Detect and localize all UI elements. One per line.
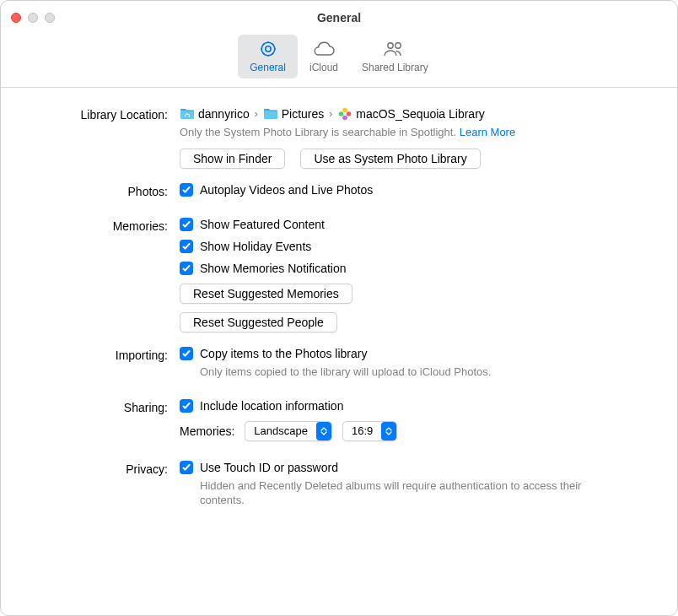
svg-point-2 (388, 43, 393, 48)
tab-shared-library-label: Shared Library (362, 62, 428, 73)
close-window-button[interactable] (11, 13, 21, 23)
breadcrumb-pictures[interactable]: Pictures (282, 107, 325, 121)
orientation-popup[interactable]: Landscape (245, 421, 332, 441)
sharing-memories-label: Memories: (180, 424, 234, 438)
folder-icon (263, 108, 278, 120)
updown-chevron-icon (316, 422, 331, 440)
svg-point-7 (339, 111, 344, 116)
reset-suggested-memories-button[interactable]: Reset Suggested Memories (180, 284, 352, 304)
gear-icon (258, 39, 278, 59)
show-holiday-label: Show Holiday Events (200, 240, 311, 253)
show-featured-checkbox[interactable] (180, 218, 193, 231)
spotlight-hint-row: Only the System Photo Library is searcha… (180, 126, 645, 138)
privacy-hint: Hidden and Recently Deleted albums will … (200, 478, 605, 508)
photos-row: Photos: Autoplay Videos and Live Photos (33, 183, 645, 198)
sharing-label: Sharing: (33, 399, 168, 414)
svg-point-3 (396, 43, 401, 48)
show-holiday-checkbox[interactable] (180, 240, 193, 253)
show-featured-label: Show Featured Content (200, 218, 325, 231)
library-path-breadcrumb: dannyrico › Pictures › macOS_Sequoia Lib… (180, 106, 645, 122)
importing-hint: Only items copied to the library will up… (200, 365, 645, 380)
show-memories-notification-label: Show Memories Notification (200, 262, 347, 275)
include-location-label: Include location information (200, 399, 343, 413)
svg-point-4 (342, 108, 347, 113)
copy-items-label: Copy items to the Photos library (200, 347, 367, 360)
window-controls (11, 13, 55, 23)
touchid-label: Use Touch ID or password (200, 461, 338, 474)
people-icon (382, 39, 407, 59)
minimize-window-button[interactable] (28, 13, 38, 23)
autoplay-checkbox[interactable] (180, 183, 193, 197)
tab-shared-library[interactable]: Shared Library (350, 35, 440, 78)
show-memories-notification-checkbox[interactable] (180, 262, 193, 275)
breadcrumb-library[interactable]: macOS_Sequoia Library (356, 107, 485, 121)
svg-point-1 (261, 42, 275, 56)
home-folder-icon (180, 108, 195, 120)
window-title: General (1, 11, 677, 24)
svg-point-6 (342, 116, 347, 121)
svg-point-0 (265, 46, 270, 51)
importing-label: Importing: (33, 347, 168, 362)
tab-icloud-label: iCloud (309, 62, 338, 73)
fullscreen-window-button[interactable] (45, 13, 55, 23)
svg-point-5 (347, 111, 352, 116)
titlebar: General (1, 1, 677, 35)
reset-suggested-people-button[interactable]: Reset Suggested People (180, 312, 337, 332)
aspect-ratio-popup[interactable]: 16:9 (342, 421, 397, 441)
memories-label: Memories: (33, 218, 168, 233)
privacy-label: Privacy: (33, 461, 168, 476)
tab-general[interactable]: General (238, 35, 298, 78)
library-location-row: Library Location: dannyrico › Pictures › (33, 106, 645, 179)
copy-items-checkbox[interactable] (180, 347, 193, 360)
use-as-system-library-button[interactable]: Use as System Photo Library (300, 149, 480, 169)
breadcrumb-home[interactable]: dannyrico (198, 107, 250, 121)
photos-library-icon (337, 106, 352, 122)
orientation-value: Landscape (245, 424, 316, 437)
memories-row: Memories: Show Featured Content Show Hol… (33, 218, 645, 332)
privacy-row: Privacy: Use Touch ID or password Hidden… (33, 461, 645, 508)
chevron-right-icon: › (253, 108, 260, 120)
library-location-label: Library Location: (33, 106, 168, 122)
touchid-checkbox[interactable] (180, 461, 193, 474)
tab-icloud[interactable]: iCloud (298, 35, 350, 78)
tab-general-label: General (250, 62, 286, 73)
show-in-finder-button[interactable]: Show in Finder (180, 149, 285, 169)
sharing-row: Sharing: Include location information Me… (33, 399, 645, 441)
spotlight-hint: Only the System Photo Library is searcha… (180, 126, 456, 138)
learn-more-link[interactable]: Learn More (460, 126, 515, 138)
cloud-icon (312, 39, 336, 59)
content-area: Library Location: dannyrico › Pictures › (1, 88, 677, 532)
toolbar: General iCloud Shared Library (1, 35, 677, 88)
aspect-ratio-value: 16:9 (343, 424, 381, 437)
chevron-right-icon: › (327, 108, 334, 120)
updown-chevron-icon (381, 422, 396, 440)
include-location-checkbox[interactable] (180, 399, 193, 413)
photos-label: Photos: (33, 183, 168, 198)
autoplay-label: Autoplay Videos and Live Photos (200, 183, 373, 197)
importing-row: Importing: Copy items to the Photos libr… (33, 347, 645, 380)
